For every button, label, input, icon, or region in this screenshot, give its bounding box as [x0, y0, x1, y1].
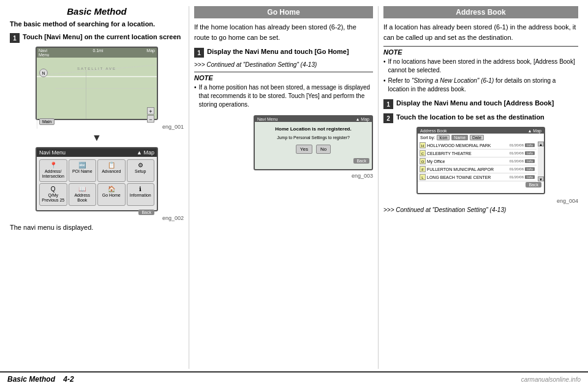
navi-menu-title: Navi Menu — [39, 149, 66, 156]
compass-icon: N — [39, 69, 48, 77]
navi-btn-address[interactable]: 📍Address/Intersection — [39, 159, 67, 182]
addr-name-5: LONG BEACH TOWNE CENTER — [427, 175, 510, 180]
street-label: SATELLIT AVE — [37, 67, 157, 70]
col-right: Address Book If a location has already b… — [379, 6, 583, 369]
mid-step1-num: 1 — [194, 48, 204, 58]
map-road-h2 — [55, 88, 157, 89]
back-btn-navi[interactable]: Back — [138, 210, 154, 215]
scroll-track — [538, 146, 544, 176]
addr-name-4: FULLERTON MUNICIPAL AIRPOR — [427, 167, 510, 172]
addr-date-2: 01/20/06 — [510, 151, 524, 155]
addr-header: Address Book ▲ Map — [418, 128, 544, 134]
addr-info-4[interactable]: Info — [525, 167, 535, 171]
down-arrow: ▼ — [10, 132, 184, 143]
footer: Basic Method 4-2 carmanualsonline.info — [0, 371, 588, 386]
map-scale: 0.1mi — [92, 48, 103, 57]
yes-btn[interactable]: Yes — [296, 145, 312, 154]
addr-info-3[interactable]: Info — [525, 159, 535, 163]
zoom-in-btn[interactable]: + — [147, 107, 154, 115]
no-btn[interactable]: No — [316, 145, 331, 154]
addr-list-area: H HOLLYWOOD MEMORIAL PARK 01/20/06 Info … — [418, 142, 544, 181]
right-note-bullet1: If no locations have been stored in the … — [383, 58, 578, 75]
home-screen: Navi Menu ▲ Map Home Location is not reg… — [254, 115, 373, 170]
navi-btn-addressbook[interactable]: 📖AddressBook — [69, 183, 97, 206]
addr-icon-4: F — [420, 166, 426, 172]
home-back-btn[interactable]: Back — [353, 158, 369, 164]
addr-date-1: 01/20/06 — [510, 143, 524, 147]
navi-btn-poiname[interactable]: 🔤POI Name — [69, 159, 97, 182]
addr-icon-1: H — [420, 142, 426, 148]
map-navi-label: NaviMenu — [39, 48, 50, 57]
mid-intro: If the home location has already been st… — [194, 22, 373, 42]
addr-back: Back — [418, 181, 544, 188]
home-msg2: Jump to Personal Settings to register? — [258, 135, 368, 141]
map-road-v2 — [86, 70, 86, 119]
right-step2-text: Touch the location to be set as the dest… — [396, 113, 545, 122]
addr-row-3[interactable]: O My Office 01/20/06 Info — [418, 157, 537, 165]
navi-btn-advanced[interactable]: 📋Advanced — [97, 159, 126, 182]
addr-date-5: 01/20/06 — [510, 175, 524, 179]
map-top-bar: NaviMenu 0.1mi Map — [37, 48, 157, 58]
right-note-text2: Refer to "Storing a New Location" (6-1) … — [388, 77, 578, 94]
mid-step1-block: 1 Display the Navi Menu and touch [Go Ho… — [194, 47, 373, 58]
map-main-btn[interactable]: Main — [39, 118, 55, 125]
addr-icon-5: L — [420, 174, 426, 180]
addr-screen: Address Book ▲ Map Sort by: Icon Name Da… — [417, 127, 545, 194]
navi-btn-gohome[interactable]: 🏠Go Home — [97, 183, 126, 206]
home-map-label: ▲ Map — [356, 117, 370, 121]
navi-menu-header: Navi Menu ▲ Map — [37, 148, 157, 157]
addr-row-5[interactable]: L LONG BEACH TOWNE CENTER 01/20/06 Info — [418, 173, 537, 181]
right-screen-label: eng_004 — [383, 198, 578, 204]
mid-note-text: If a home position has not been stored, … — [199, 83, 373, 109]
sort-name-btn[interactable]: Name — [451, 135, 468, 140]
addr-name-2: CELEBRITY THEATRE — [427, 151, 510, 156]
right-note-title: NOTE — [383, 48, 402, 56]
addr-name-3: My Office — [427, 159, 510, 164]
right-intro: If a location has already been stored (6… — [383, 22, 578, 42]
addr-row-2[interactable]: C CELEBRITY THEATRE 01/20/06 Info — [418, 149, 537, 157]
addr-row-4[interactable]: F FULLERTON MUNICIPAL AIRPOR 01/20/06 In… — [418, 165, 537, 173]
watermark: carmanualsonline.info — [521, 376, 581, 383]
left-title: Basic Method — [10, 6, 184, 17]
home-yes-no: Yes No — [258, 145, 368, 154]
footer-title: Basic Method — [7, 375, 55, 384]
navi-caption: The navi menu is displayed. — [10, 224, 184, 231]
scroll-down-btn[interactable]: ▼ — [538, 176, 544, 181]
right-step2-block: 2 Touch the location to be set as the de… — [383, 113, 578, 123]
addr-icon-2: C — [420, 150, 426, 156]
navi-menu-grid: 📍Address/Intersection 🔤POI Name 📋Advance… — [37, 157, 157, 208]
addr-back-btn[interactable]: Back — [526, 182, 541, 187]
zoom-out-btn[interactable]: − — [147, 115, 154, 123]
right-step2-num: 2 — [383, 113, 393, 123]
map-label: Map — [146, 48, 155, 57]
sort-date-btn[interactable]: Date — [470, 135, 484, 140]
right-note-text1: If no locations have been stored in the … — [388, 58, 578, 75]
navi-btn-previous[interactable]: QQ/MyPrevious 25 — [39, 183, 67, 206]
addr-date-3: 01/20/06 — [510, 159, 524, 163]
navi-menu-map: ▲ Map — [137, 149, 154, 156]
sort-icon-btn[interactable]: Icon — [437, 135, 450, 140]
addr-info-2[interactable]: Info — [525, 151, 535, 155]
right-title: Address Book — [383, 6, 578, 18]
navi-btn-setup[interactable]: ⚙Setup — [127, 159, 155, 182]
navi-menu-back: Back — [37, 208, 157, 216]
addr-title: Address Book — [420, 129, 447, 133]
home-screen-body: Home Location is not registered. Jump to… — [255, 122, 372, 157]
home-navi-label: Navi Menu — [257, 117, 277, 121]
page: Basic Method The basic method of searchi… — [0, 0, 588, 386]
right-step1-text: Display the Navi Menu and touch [Address… — [396, 99, 554, 108]
home-msg: Home Location is not registered. — [258, 126, 368, 132]
addr-map: ▲ Map — [528, 129, 542, 133]
mid-note: NOTE If a home position has not been sto… — [194, 72, 373, 109]
addr-row-1[interactable]: H HOLLYWOOD MEMORIAL PARK 01/20/06 Info — [418, 142, 537, 149]
addr-info-1[interactable]: Info — [525, 143, 535, 147]
navi-menu-screen: Navi Menu ▲ Map 📍Address/Intersection 🔤P… — [36, 147, 158, 211]
home-screen-header: Navi Menu ▲ Map — [255, 116, 372, 122]
addr-info-5[interactable]: Info — [525, 175, 535, 179]
scroll-up-btn[interactable]: ▲ — [538, 142, 544, 146]
navi-btn-information[interactable]: ℹInformation — [127, 183, 155, 206]
right-step1-num: 1 — [383, 99, 393, 109]
step1-text: Touch [Navi Menu] on the current locatio… — [23, 32, 181, 42]
mid-continued: >>> Continued at "Destination Setting" (… — [194, 61, 373, 68]
addr-date-4: 01/20/06 — [510, 167, 524, 171]
